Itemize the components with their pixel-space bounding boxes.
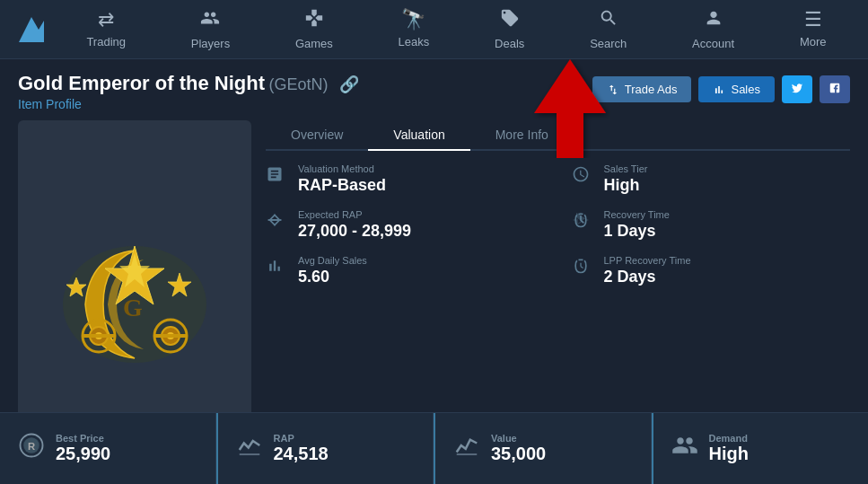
- best-price-icon: R: [18, 432, 45, 465]
- nav-players-label: Players: [191, 37, 230, 50]
- lpp-recovery-time-value: 2 Days: [604, 268, 691, 286]
- demand-icon: [671, 432, 698, 465]
- nav-trading[interactable]: ⇄ Trading: [72, 1, 140, 57]
- navbar: ⇄ Trading Players Games 🔭 Leaks: [0, 0, 868, 59]
- account-icon: [704, 8, 723, 33]
- sales-tier-icon: [572, 165, 593, 188]
- valuation-method-value: RAP-Based: [298, 176, 386, 195]
- demand-value: High: [709, 444, 749, 464]
- svg-rect-19: [578, 260, 583, 261]
- bottom-stat-value: Value 35,000: [434, 413, 652, 484]
- facebook-button[interactable]: [820, 75, 850, 103]
- svg-line-21: [581, 267, 583, 268]
- bottom-stat-best-price: R Best Price 25,990: [0, 413, 216, 484]
- nav-leaks-label: Leaks: [399, 35, 430, 48]
- best-price-label: Best Price: [56, 433, 110, 444]
- more-icon: ☰: [804, 8, 822, 31]
- stat-valuation-method: Valuation Method RAP-Based: [266, 163, 545, 195]
- nav-games[interactable]: Games: [281, 1, 347, 57]
- item-id-text: (GEotN): [268, 75, 328, 93]
- stats-grid: Valuation Method RAP-Based Sales Tier Hi…: [266, 163, 850, 286]
- nav-search-label: Search: [590, 37, 627, 50]
- tab-more-info[interactable]: More Info: [470, 120, 574, 151]
- nav-search[interactable]: Search: [575, 1, 641, 57]
- nav-deals[interactable]: Deals: [480, 1, 539, 57]
- avg-daily-sales-label: Avg Daily Sales: [298, 255, 367, 266]
- stat-recovery-time: Recovery Time 1 Days: [572, 209, 851, 241]
- players-icon: [200, 8, 220, 33]
- demand-label: Demand: [709, 433, 749, 444]
- valuation-method-icon: [266, 165, 287, 188]
- value-label: Value: [491, 433, 546, 444]
- tab-overview[interactable]: Overview: [266, 120, 368, 151]
- nav-trading-label: Trading: [86, 35, 126, 48]
- nav-account-label: Account: [692, 37, 734, 50]
- rap-value: 24,518: [274, 444, 329, 464]
- games-icon: [304, 8, 324, 33]
- rap-icon: [236, 432, 263, 465]
- item-image: G: [36, 217, 233, 379]
- nav-players[interactable]: Players: [177, 1, 244, 57]
- lpp-recovery-time-label: LPP Recovery Time: [604, 255, 691, 266]
- recovery-time-label: Recovery Time: [604, 209, 670, 220]
- bottom-stat-rap: RAP 24,518: [216, 413, 434, 484]
- best-price-value: 25,990: [56, 444, 110, 464]
- svg-marker-0: [19, 17, 44, 42]
- stat-expected-rap: Expected RAP 27,000 - 28,999: [266, 209, 545, 241]
- stat-avg-daily-sales: Avg Daily Sales 5.60: [266, 255, 545, 286]
- tab-valuation[interactable]: Valuation: [368, 120, 469, 151]
- sales-tier-value: High: [604, 176, 648, 195]
- nav-account[interactable]: Account: [678, 1, 749, 57]
- recovery-time-icon: [572, 211, 593, 233]
- sales-tier-label: Sales Tier: [604, 163, 648, 174]
- tabs: Overview Valuation More Info: [266, 120, 850, 151]
- nav-items: ⇄ Trading Players Games 🔭 Leaks: [54, 1, 859, 57]
- bottom-stat-demand: Demand High: [652, 413, 869, 484]
- header-buttons: Trade Ads Sales: [592, 75, 850, 103]
- item-title-block: Gold Emperor of the Night (GEotN) 🔗 Item…: [18, 72, 359, 111]
- svg-rect-15: [268, 219, 282, 221]
- item-title: Gold Emperor of the Night: [18, 72, 265, 94]
- value-value: 35,000: [491, 444, 546, 464]
- logo[interactable]: [9, 13, 54, 46]
- trading-icon: ⇄: [98, 8, 114, 31]
- item-header: Gold Emperor of the Night (GEotN) 🔗 Item…: [0, 59, 868, 111]
- nav-deals-label: Deals: [495, 37, 524, 50]
- leaks-icon: 🔭: [401, 8, 425, 31]
- rap-label: RAP: [274, 433, 329, 444]
- svg-text:G: G: [123, 294, 143, 321]
- nav-more-label: More: [800, 35, 827, 48]
- search-icon: [599, 8, 618, 33]
- item-subtitle: Item Profile: [18, 97, 359, 111]
- svg-text:R: R: [28, 441, 35, 452]
- stat-lpp-recovery-time: LPP Recovery Time 2 Days: [572, 255, 851, 286]
- link-icon[interactable]: 🔗: [339, 75, 359, 93]
- expected-rap-label: Expected RAP: [298, 209, 411, 220]
- avg-daily-sales-icon: [266, 257, 287, 279]
- expected-rap-value: 27,000 - 28,999: [298, 222, 411, 241]
- nav-more[interactable]: ☰ More: [785, 1, 841, 57]
- avg-daily-sales-value: 5.60: [298, 268, 367, 286]
- deals-icon: [500, 8, 520, 33]
- stat-sales-tier: Sales Tier High: [572, 163, 851, 195]
- bottom-bar: R Best Price 25,990 RAP 24,518: [0, 412, 868, 484]
- item-full-title: Gold Emperor of the Night (GEotN) 🔗: [18, 72, 359, 95]
- twitter-button[interactable]: [782, 75, 812, 103]
- lpp-recovery-time-icon: [572, 257, 593, 279]
- trade-ads-button[interactable]: Trade Ads: [592, 76, 692, 102]
- svg-rect-16: [578, 214, 583, 216]
- nav-games-label: Games: [295, 37, 333, 50]
- recovery-time-value: 1 Days: [604, 222, 670, 241]
- value-icon: [453, 432, 480, 465]
- valuation-method-label: Valuation Method: [298, 163, 386, 174]
- nav-leaks[interactable]: 🔭 Leaks: [384, 1, 444, 57]
- sales-button[interactable]: Sales: [698, 76, 775, 102]
- expected-rap-icon: [266, 211, 287, 233]
